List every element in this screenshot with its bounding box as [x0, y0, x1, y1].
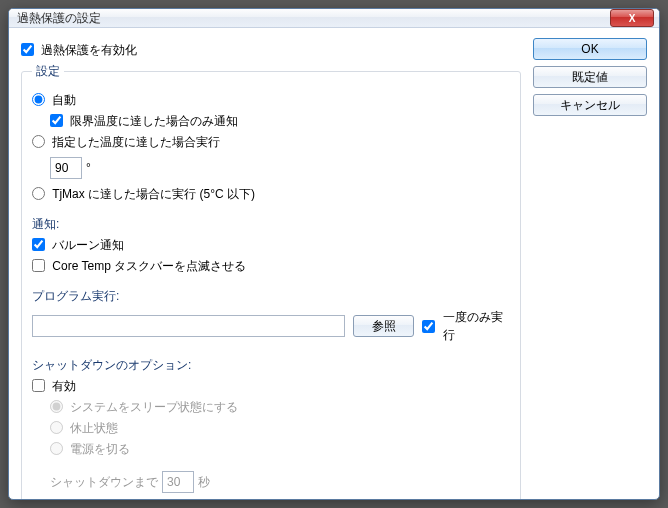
poweroff-radio: 電源を切る — [50, 442, 130, 456]
default-button[interactable]: 既定値 — [533, 66, 647, 88]
tjmax-label: TjMax に達した場合に実行 (5°C 以下) — [52, 187, 255, 201]
tjmax-radio[interactable]: TjMax に達した場合に実行 (5°C 以下) — [32, 187, 255, 201]
ok-button[interactable]: OK — [533, 38, 647, 60]
flash-label: Core Temp タスクバーを点滅させる — [52, 259, 246, 273]
countdown-prefix: シャットダウンまで — [50, 473, 158, 491]
countdown-input — [162, 471, 194, 493]
close-icon: X — [629, 13, 636, 24]
enable-overheat-label: 過熱保護を有効化 — [41, 43, 137, 57]
auto-radio[interactable]: 自動 — [32, 93, 76, 107]
shutdown-section-label: シャットダウンのオプション: — [32, 356, 510, 374]
shutdown-enable-label: 有効 — [52, 379, 76, 393]
hibernate-radio: 休止状態 — [50, 421, 118, 435]
run-once-label: 一度のみ実行 — [443, 308, 510, 344]
settings-legend: 設定 — [32, 63, 64, 80]
window-title: 過熱保護の設定 — [17, 10, 610, 27]
balloon-label: バルーン通知 — [52, 238, 124, 252]
countdown-suffix: 秒 — [198, 473, 210, 491]
specified-temp-label: 指定した温度に達した場合実行 — [52, 135, 220, 149]
enable-overheat-checkbox[interactable]: 過熱保護を有効化 — [21, 43, 137, 57]
program-section-label: プログラム実行: — [32, 287, 510, 305]
specified-temp-radio[interactable]: 指定した温度に達した場合実行 — [32, 135, 220, 149]
notify-section-label: 通知: — [32, 215, 510, 233]
browse-button[interactable]: 参照 — [353, 315, 414, 337]
settings-groupbox: 設定 自動 限界温度に達した場合のみ通知 — [21, 63, 521, 500]
poweroff-label: 電源を切る — [70, 442, 130, 456]
specified-temp-input[interactable] — [50, 157, 82, 179]
program-path-input[interactable] — [32, 315, 345, 337]
titlebar: 過熱保護の設定 X — [9, 9, 659, 28]
dialog-window: 過熱保護の設定 X 過熱保護を有効化 設定 自動 — [8, 8, 660, 500]
run-once-checkbox[interactable]: 一度のみ実行 — [422, 308, 510, 344]
sleep-label: システムをスリープ状態にする — [70, 400, 238, 414]
flash-checkbox[interactable]: Core Temp タスクバーを点滅させる — [32, 259, 246, 273]
specified-temp-unit: ° — [86, 159, 91, 177]
sleep-radio: システムをスリープ状態にする — [50, 400, 238, 414]
hibernate-label: 休止状態 — [70, 421, 118, 435]
shutdown-enable-checkbox[interactable]: 有効 — [32, 379, 76, 393]
balloon-checkbox[interactable]: バルーン通知 — [32, 238, 124, 252]
cancel-button[interactable]: キャンセル — [533, 94, 647, 116]
notify-only-checkbox[interactable]: 限界温度に達した場合のみ通知 — [50, 114, 238, 128]
auto-label: 自動 — [52, 93, 76, 107]
client-area: 過熱保護を有効化 設定 自動 限界温度に達した場合のみ通知 — [9, 28, 659, 500]
notify-only-label: 限界温度に達した場合のみ通知 — [70, 114, 238, 128]
close-button[interactable]: X — [610, 9, 654, 27]
